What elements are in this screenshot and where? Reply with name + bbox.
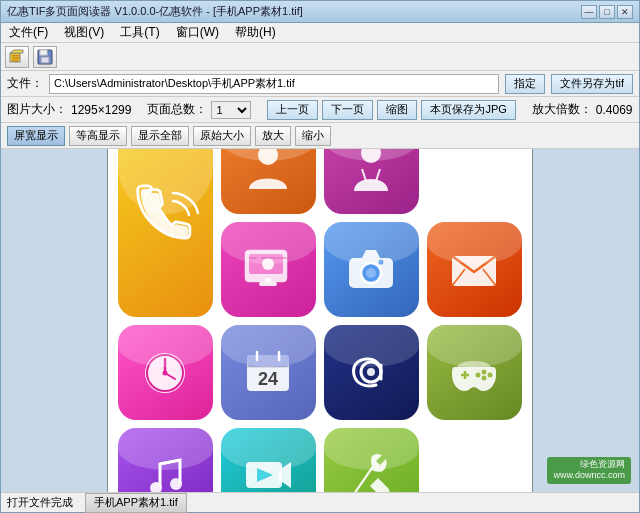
icon-person-male (221, 149, 316, 214)
svg-point-38 (482, 375, 487, 380)
show-all-button[interactable]: 显示全部 (131, 126, 189, 146)
icon-calendar: 24 (221, 325, 316, 420)
watermark: 绿色资源网 www.downcc.com (547, 457, 631, 484)
svg-rect-13 (259, 282, 277, 286)
zoom-info: 放大倍数： 0.4069 (532, 101, 633, 118)
zoom-out-button[interactable]: 缩小 (295, 126, 331, 146)
icon-music (118, 428, 213, 493)
svg-point-37 (488, 372, 493, 377)
icon-phone (118, 149, 213, 317)
svg-rect-14 (265, 278, 271, 282)
open-icon (9, 49, 25, 65)
content-area: 24 (1, 149, 639, 492)
svg-point-36 (482, 369, 487, 374)
icon-mail (427, 222, 522, 317)
icon-person-female (324, 149, 419, 214)
file-label: 文件： (7, 75, 43, 92)
close-button[interactable]: ✕ (617, 5, 633, 19)
svg-marker-1 (10, 50, 23, 53)
thumb-button[interactable]: 缩图 (377, 100, 417, 120)
save-icon (37, 49, 53, 65)
title-text: 亿惠TIF多页面阅读器 V1.0.0.0-亿惠软件 - [手机APP素材1.ti… (7, 4, 303, 19)
icon-clock (118, 325, 213, 420)
menu-view[interactable]: 视图(V) (60, 22, 108, 43)
svg-point-24 (163, 370, 168, 375)
size-info: 图片大小： 1295×1299 (7, 101, 131, 118)
status-bar: 打开文件完成 手机APP素材1.tif (1, 492, 639, 512)
svg-point-42 (170, 478, 182, 490)
title-bar: 亿惠TIF多页面阅读器 V1.0.0.0-亿惠软件 - [手机APP素材1.ti… (1, 1, 639, 23)
toolbar (1, 43, 639, 71)
confirm-button[interactable]: 指定 (505, 74, 545, 94)
status-text: 打开文件完成 (7, 495, 73, 510)
open-button[interactable] (5, 46, 29, 68)
icon-camera (324, 222, 419, 317)
icon-grid: 24 (118, 149, 522, 492)
menu-tools[interactable]: 工具(T) (116, 22, 163, 43)
title-buttons: — □ ✕ (581, 5, 633, 19)
icon-at (324, 325, 419, 420)
svg-point-17 (366, 268, 376, 278)
image-container: 24 (107, 149, 533, 492)
status-tab-file[interactable]: 手机APP素材1.tif (85, 493, 187, 513)
svg-point-32 (367, 368, 375, 376)
file-bar: 文件： C:\Users\Administrator\Desktop\手机APP… (1, 71, 639, 97)
nav-buttons: 上一页 下一页 缩图 本页保存为JPG (267, 100, 515, 120)
zoom-in-button[interactable]: 放大 (255, 126, 291, 146)
menu-bar: 文件(F) 视图(V) 工具(T) 窗口(W) 帮助(H) (1, 23, 639, 43)
prev-page-button[interactable]: 上一页 (267, 100, 318, 120)
save-button[interactable] (33, 46, 57, 68)
page-info: 页面总数： 1 (147, 101, 251, 119)
minimize-button[interactable]: — (581, 5, 597, 19)
icon-video (221, 428, 316, 493)
main-window: 亿惠TIF多页面阅读器 V1.0.0.0-亿惠软件 - [手机APP素材1.ti… (0, 0, 640, 513)
icon-settings (221, 222, 316, 317)
original-size-button[interactable]: 原始大小 (193, 126, 251, 146)
file-path: C:\Users\Administrator\Desktop\手机APP素材1.… (49, 74, 499, 94)
svg-point-39 (476, 372, 481, 377)
svg-rect-6 (40, 50, 47, 55)
info-bar: 图片大小： 1295×1299 页面总数： 1 上一页 下一页 缩图 本页保存为… (1, 97, 639, 123)
svg-rect-7 (41, 57, 49, 63)
saveas-button[interactable]: 文件另存为tif (551, 74, 633, 94)
svg-text:24: 24 (258, 369, 278, 389)
empty-cell-1 (427, 149, 522, 214)
menu-file[interactable]: 文件(F) (5, 22, 52, 43)
menu-help[interactable]: 帮助(H) (231, 22, 280, 43)
next-page-button[interactable]: 下一页 (322, 100, 373, 120)
equal-height-button[interactable]: 等高显示 (69, 126, 127, 146)
icon-tools (324, 428, 419, 493)
icon-gamepad (427, 325, 522, 420)
controls-bar: 屏宽显示 等高显示 显示全部 原始大小 放大 缩小 (1, 123, 639, 149)
menu-window[interactable]: 窗口(W) (172, 22, 223, 43)
svg-rect-2 (12, 55, 20, 57)
maximize-button[interactable]: □ (599, 5, 615, 19)
svg-rect-3 (12, 57, 20, 59)
page-select[interactable]: 1 (211, 101, 251, 119)
save-jpg-button[interactable]: 本页保存为JPG (421, 100, 515, 120)
svg-rect-4 (12, 60, 18, 62)
screen-width-button[interactable]: 屏宽显示 (7, 126, 65, 146)
